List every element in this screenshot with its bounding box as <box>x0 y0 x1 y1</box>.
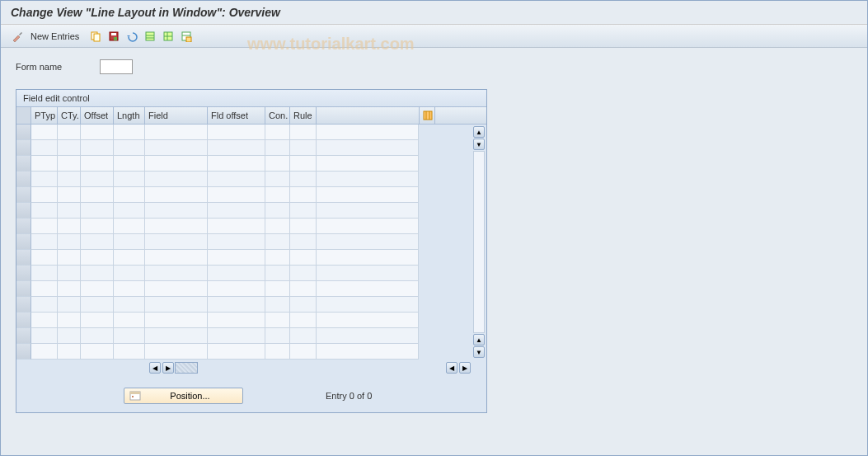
cell-field[interactable] <box>145 203 208 219</box>
col-con[interactable]: Con. <box>265 107 290 124</box>
cell-spacer[interactable] <box>317 281 419 297</box>
cell-lngth[interactable] <box>114 203 145 219</box>
cell-field[interactable] <box>145 219 208 234</box>
table-row[interactable] <box>16 344 419 360</box>
col-field[interactable]: Field <box>145 107 208 124</box>
hscroll-track[interactable] <box>175 362 198 374</box>
table-row[interactable] <box>16 266 419 281</box>
cell-field[interactable] <box>145 234 208 250</box>
copy-icon[interactable] <box>87 28 104 45</box>
cell-rule[interactable] <box>290 344 317 360</box>
cell-spacer[interactable] <box>317 125 419 140</box>
cell-con[interactable] <box>265 297 290 313</box>
cell-ptyp[interactable] <box>31 156 58 172</box>
table-row[interactable] <box>16 203 419 219</box>
deselect-icon[interactable] <box>178 28 195 45</box>
row-selector[interactable] <box>16 140 31 156</box>
grid-body[interactable] <box>16 125 419 360</box>
cell-con[interactable] <box>265 187 290 203</box>
cell-field[interactable] <box>145 313 208 328</box>
cell-spacer[interactable] <box>317 203 419 219</box>
undo-icon[interactable] <box>124 28 140 45</box>
row-selector[interactable] <box>16 219 31 234</box>
cell-rule[interactable] <box>290 328 317 344</box>
cell-field[interactable] <box>145 156 208 172</box>
vscroll-track[interactable] <box>473 151 485 333</box>
cell-ptyp[interactable] <box>31 266 58 281</box>
cell-offset[interactable] <box>81 187 114 203</box>
col-lngth[interactable]: Lngth <box>114 107 145 124</box>
vertical-scrollbar[interactable]: ▲ ▼ ▲ ▼ <box>472 125 486 360</box>
cell-rule[interactable] <box>290 250 317 266</box>
cell-field[interactable] <box>145 250 208 266</box>
cell-ptyp[interactable] <box>31 344 58 360</box>
cell-rule[interactable] <box>290 297 317 313</box>
cell-offset[interactable] <box>81 125 114 140</box>
col-cty[interactable]: CTy. <box>58 107 81 124</box>
cell-fldoff[interactable] <box>208 313 265 328</box>
cell-fldoff[interactable] <box>208 156 265 172</box>
cell-spacer[interactable] <box>317 172 419 187</box>
cell-fldoff[interactable] <box>208 187 265 203</box>
cell-field[interactable] <box>145 140 208 156</box>
cell-fldoff[interactable] <box>208 125 265 140</box>
cell-fldoff[interactable] <box>208 219 265 234</box>
table-row[interactable] <box>16 297 419 313</box>
cell-offset[interactable] <box>81 219 114 234</box>
cell-cty[interactable] <box>58 140 81 156</box>
row-selector-header[interactable] <box>16 107 31 124</box>
cell-spacer[interactable] <box>317 156 419 172</box>
cell-fldoff[interactable] <box>208 281 265 297</box>
cell-fldoff[interactable] <box>208 344 265 360</box>
cell-lngth[interactable] <box>114 172 145 187</box>
cell-spacer[interactable] <box>317 234 419 250</box>
cell-lngth[interactable] <box>114 234 145 250</box>
cell-lngth[interactable] <box>114 250 145 266</box>
cell-offset[interactable] <box>81 156 114 172</box>
cell-spacer[interactable] <box>317 313 419 328</box>
cell-cty[interactable] <box>58 297 81 313</box>
cell-cty[interactable] <box>58 187 81 203</box>
cell-rule[interactable] <box>290 187 317 203</box>
cell-ptyp[interactable] <box>31 125 58 140</box>
cell-field[interactable] <box>145 172 208 187</box>
row-selector[interactable] <box>16 187 31 203</box>
cell-spacer[interactable] <box>317 250 419 266</box>
cell-fldoff[interactable] <box>208 266 265 281</box>
cell-lngth[interactable] <box>114 125 145 140</box>
cell-cty[interactable] <box>58 250 81 266</box>
cell-spacer[interactable] <box>317 219 419 234</box>
cell-con[interactable] <box>265 219 290 234</box>
cell-spacer[interactable] <box>317 297 419 313</box>
cell-spacer[interactable] <box>317 328 419 344</box>
cell-ptyp[interactable] <box>31 250 58 266</box>
col-offset[interactable]: Offset <box>81 107 114 124</box>
table-row[interactable] <box>16 156 419 172</box>
cell-lngth[interactable] <box>114 281 145 297</box>
hscroll-left-icon[interactable]: ◀ <box>149 362 161 374</box>
row-selector[interactable] <box>16 328 31 344</box>
cell-field[interactable] <box>145 266 208 281</box>
table-row[interactable] <box>16 250 419 266</box>
cell-cty[interactable] <box>58 203 81 219</box>
cell-ptyp[interactable] <box>31 219 58 234</box>
new-entries-button[interactable]: New Entries <box>30 31 79 41</box>
cell-ptyp[interactable] <box>31 140 58 156</box>
cell-fldoff[interactable] <box>208 203 265 219</box>
col-fld-offset[interactable]: Fld offset <box>208 107 265 124</box>
row-selector[interactable] <box>16 203 31 219</box>
cell-ptyp[interactable] <box>31 313 58 328</box>
cell-rule[interactable] <box>290 172 317 187</box>
position-button[interactable]: Position... <box>124 388 243 404</box>
cell-con[interactable] <box>265 266 290 281</box>
cell-lngth[interactable] <box>114 266 145 281</box>
cell-lngth[interactable] <box>114 328 145 344</box>
row-selector[interactable] <box>16 125 31 140</box>
hscroll-right2-icon[interactable]: ▶ <box>459 362 471 374</box>
cell-con[interactable] <box>265 234 290 250</box>
cell-cty[interactable] <box>58 313 81 328</box>
cell-cty[interactable] <box>58 234 81 250</box>
save-variant-icon[interactable] <box>106 28 122 45</box>
cell-offset[interactable] <box>81 313 114 328</box>
cell-rule[interactable] <box>290 281 317 297</box>
